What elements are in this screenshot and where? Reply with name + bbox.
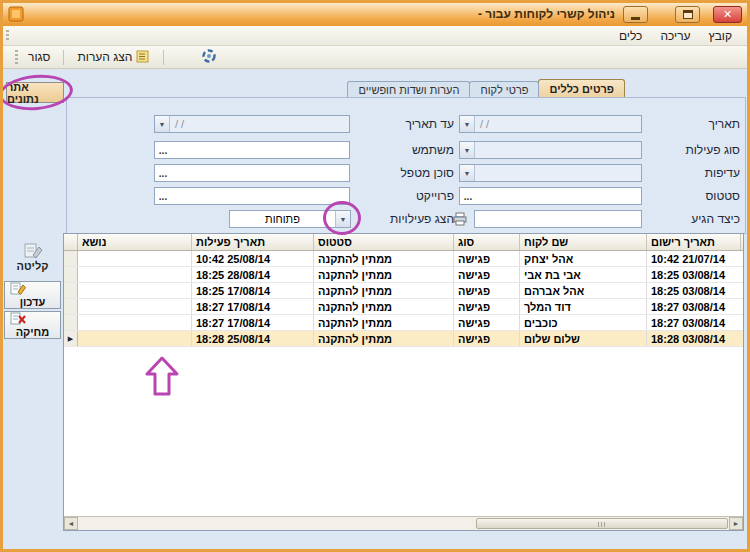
status-field[interactable]: ... [459, 187, 642, 205]
cell-type[interactable]: פגישה [454, 267, 520, 282]
cell-type[interactable]: פגישה [454, 283, 520, 298]
cell-subject[interactable] [78, 331, 192, 346]
cell-type[interactable]: פגישה [454, 299, 520, 314]
how-arrived-value [475, 211, 641, 227]
browse-button[interactable]: ... [460, 188, 476, 204]
project-field[interactable]: ... [154, 187, 350, 205]
cell-reg-date[interactable]: 03/08/14 18:28 [647, 331, 741, 346]
cell-customer[interactable]: אהל יצחק [520, 251, 647, 266]
table-row-selected[interactable]: ▶ 25/08/14 18:28 ממתין להתקנה פגישה שלום… [64, 331, 743, 347]
user-field[interactable]: ... [154, 141, 350, 159]
chevron-down-icon[interactable]: ▼ [335, 211, 350, 227]
cell-customer[interactable]: דוד המלך [520, 299, 647, 314]
table-row[interactable]: 17/08/14 18:27 ממתין להתקנה פגישה כוכבים… [64, 315, 743, 331]
table-row[interactable]: 28/08/14 18:25 ממתין להתקנה פגישה אבי בת… [64, 267, 743, 283]
row-selector-cell[interactable] [64, 283, 78, 298]
chevron-down-icon[interactable]: ▼ [155, 116, 170, 132]
table-row[interactable]: 17/08/14 18:27 ממתין להתקנה פגישה דוד המ… [64, 299, 743, 315]
column-header-subject[interactable]: נושא [78, 234, 192, 250]
priority-select[interactable]: ▼ [459, 164, 642, 182]
table-row[interactable]: 17/08/14 18:25 ממתין להתקנה פגישה אהל אב… [64, 283, 743, 299]
cell-activity-date[interactable]: 25/08/14 10:42 [192, 251, 314, 266]
tab-customer-details[interactable]: פרטי לקוח [469, 81, 539, 98]
cell-subject[interactable] [78, 315, 192, 330]
cell-subject[interactable] [78, 251, 192, 266]
show-activities-value: פתוחות [230, 211, 335, 227]
cell-status[interactable]: ממתין להתקנה [314, 251, 454, 266]
intake-button[interactable]: קליטה [4, 236, 61, 278]
column-header-type[interactable]: סוג [454, 234, 520, 250]
menu-items: קובץ עריכה כלים [610, 26, 741, 46]
row-selector-cell[interactable] [64, 299, 78, 314]
cell-type[interactable]: פגישה [454, 315, 520, 330]
close-button[interactable]: ✕ [713, 6, 742, 23]
column-header-status[interactable]: סטטוס [314, 234, 454, 250]
chevron-down-icon[interactable]: ▼ [460, 165, 475, 181]
cell-reg-date[interactable]: 03/08/14 18:27 [647, 299, 741, 314]
cell-reg-date[interactable]: 03/08/14 18:27 [647, 315, 741, 330]
row-selector-cell[interactable]: ▶ [64, 331, 78, 346]
tab-general-details[interactable]: פרטים כללים [538, 79, 625, 98]
browse-button[interactable]: ... [155, 188, 171, 204]
browse-button[interactable]: ... [155, 142, 171, 158]
cell-activity-date[interactable]: 17/08/14 18:25 [192, 283, 314, 298]
cell-activity-date[interactable]: 25/08/14 18:28 [192, 331, 314, 346]
cell-customer[interactable]: אהל אברהם [520, 283, 647, 298]
cell-type[interactable]: פגישה [454, 331, 520, 346]
grip-handle-icon[interactable] [15, 50, 18, 64]
date-until-select[interactable]: ▼ / / [154, 115, 350, 133]
agent-field[interactable]: ... [154, 164, 350, 182]
activity-type-select[interactable]: ▼ [459, 141, 642, 159]
cell-status[interactable]: ממתין להתקנה [314, 283, 454, 298]
cell-subject[interactable] [78, 299, 192, 314]
show-activities-select[interactable]: פתוחות ▼ [229, 210, 351, 228]
table-row[interactable]: 25/08/14 10:42 ממתין להתקנה פגישה אהל יצ… [64, 251, 743, 267]
cell-activity-date[interactable]: 28/08/14 18:25 [192, 267, 314, 282]
cell-reg-date[interactable]: 21/07/14 10:42 [647, 251, 741, 266]
tab-notes-free-fields[interactable]: הערות ושדות חופשיים [347, 81, 470, 98]
cell-type[interactable]: פגישה [454, 251, 520, 266]
cell-customer[interactable]: אבי בת אבי [520, 267, 647, 282]
chevron-down-icon[interactable]: ▼ [460, 142, 475, 158]
cell-subject[interactable] [78, 267, 192, 282]
cell-status[interactable]: ממתין להתקנה [314, 299, 454, 314]
cell-status[interactable]: ממתין להתקנה [314, 331, 454, 346]
grip-handle-icon[interactable] [6, 30, 9, 41]
cell-status[interactable]: ממתין להתקנה [314, 267, 454, 282]
menu-file[interactable]: קובץ [700, 29, 741, 43]
delete-button[interactable]: מחיקה [4, 311, 61, 339]
column-header-customer[interactable]: שם לקוח [520, 234, 647, 250]
cell-activity-date[interactable]: 17/08/14 18:27 [192, 299, 314, 314]
close-form-button[interactable]: סגור [22, 48, 56, 66]
minimize-button[interactable] [623, 6, 648, 23]
update-button[interactable]: עדכון [4, 281, 61, 309]
scroll-left-button[interactable]: ◄ [64, 517, 78, 530]
refresh-button[interactable] [195, 46, 223, 69]
browse-button[interactable]: ... [155, 165, 171, 181]
cell-customer[interactable]: כוכבים [520, 315, 647, 330]
cell-reg-date[interactable]: 03/08/14 18:25 [647, 267, 741, 282]
row-selector-cell[interactable] [64, 315, 78, 330]
cell-activity-date[interactable]: 17/08/14 18:27 [192, 315, 314, 330]
scroll-right-button[interactable]: ► [729, 517, 743, 530]
show-notes-button[interactable]: הצג הערות [71, 47, 156, 68]
project-value [171, 188, 349, 204]
row-selector-cell[interactable] [64, 251, 78, 266]
cell-status[interactable]: ממתין להתקנה [314, 315, 454, 330]
scrollbar-thumb[interactable] [476, 518, 728, 529]
horizontal-scrollbar[interactable]: ◄ ► [64, 516, 743, 530]
column-header-reg-date[interactable]: תאריך רישום [647, 234, 741, 250]
how-arrived-field[interactable] [474, 210, 642, 228]
column-header-activity-date[interactable]: תאריך פעילות [192, 234, 314, 250]
restore-button[interactable] [675, 6, 700, 23]
find-data-button[interactable]: אתר נתונים [6, 82, 64, 103]
cell-customer[interactable]: שלום שלום [520, 331, 647, 346]
activity-type-value [475, 142, 641, 158]
chevron-down-icon[interactable]: ▼ [460, 116, 475, 132]
cell-reg-date[interactable]: 03/08/14 18:25 [647, 283, 741, 298]
date-from-select[interactable]: ▼ / / [459, 115, 642, 133]
menu-edit[interactable]: עריכה [651, 29, 699, 43]
row-selector-cell[interactable] [64, 267, 78, 282]
menu-tools[interactable]: כלים [610, 29, 651, 43]
cell-subject[interactable] [78, 283, 192, 298]
